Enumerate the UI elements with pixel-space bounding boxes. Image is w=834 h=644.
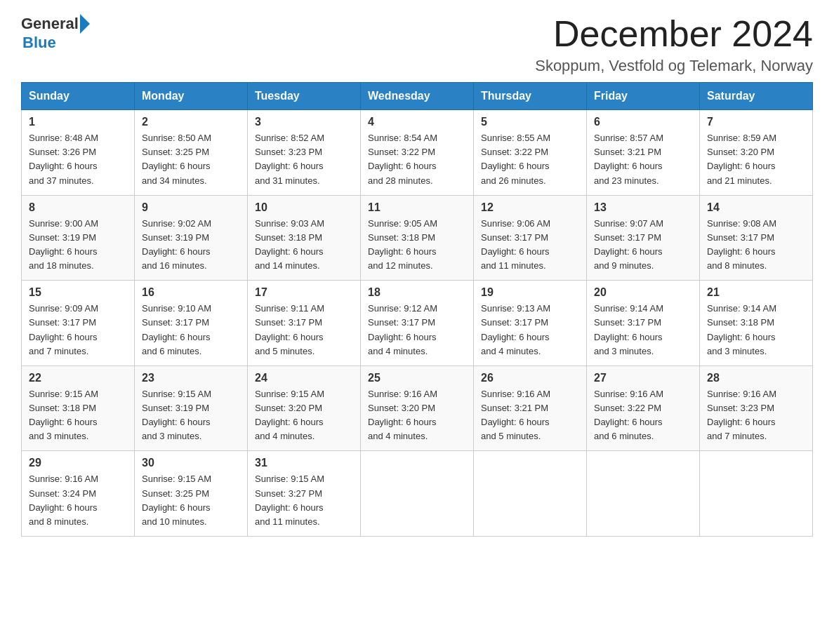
day-number: 9 <box>142 201 240 214</box>
day-info: Sunrise: 9:09 AMSunset: 3:17 PMDaylight:… <box>29 302 127 358</box>
day-info: Sunrise: 8:52 AMSunset: 3:23 PMDaylight:… <box>255 131 353 188</box>
day-number: 2 <box>142 116 240 128</box>
calendar-cell <box>587 451 700 537</box>
day-info: Sunrise: 9:05 AMSunset: 3:18 PMDaylight:… <box>368 217 466 274</box>
calendar-cell: 6Sunrise: 8:57 AMSunset: 3:21 PMDaylight… <box>587 110 700 196</box>
day-number: 21 <box>707 286 805 299</box>
logo: General Blue <box>21 14 90 52</box>
day-info: Sunrise: 8:55 AMSunset: 3:22 PMDaylight:… <box>481 131 579 188</box>
calendar-cell: 12Sunrise: 9:06 AMSunset: 3:17 PMDayligh… <box>474 195 587 281</box>
week-row-1: 1Sunrise: 8:48 AMSunset: 3:26 PMDaylight… <box>22 110 813 196</box>
weekday-header-saturday: Saturday <box>700 83 813 110</box>
calendar-cell <box>700 451 813 537</box>
calendar-cell: 14Sunrise: 9:08 AMSunset: 3:17 PMDayligh… <box>700 195 813 281</box>
day-info: Sunrise: 9:15 AMSunset: 3:27 PMDaylight:… <box>255 472 353 529</box>
calendar-cell: 26Sunrise: 9:16 AMSunset: 3:21 PMDayligh… <box>474 365 587 451</box>
day-number: 5 <box>481 116 579 128</box>
day-number: 27 <box>594 372 692 384</box>
calendar-cell: 27Sunrise: 9:16 AMSunset: 3:22 PMDayligh… <box>587 365 700 451</box>
day-number: 14 <box>707 201 805 214</box>
calendar-cell: 21Sunrise: 9:14 AMSunset: 3:18 PMDayligh… <box>700 281 813 366</box>
day-info: Sunrise: 9:15 AMSunset: 3:18 PMDaylight:… <box>29 387 127 444</box>
day-number: 16 <box>142 286 240 299</box>
calendar-cell: 2Sunrise: 8:50 AMSunset: 3:25 PMDaylight… <box>135 110 248 196</box>
calendar-cell: 20Sunrise: 9:14 AMSunset: 3:17 PMDayligh… <box>587 281 700 366</box>
logo-blue-text: Blue <box>22 34 56 52</box>
day-number: 11 <box>368 201 466 214</box>
day-number: 8 <box>29 201 127 214</box>
day-info: Sunrise: 8:54 AMSunset: 3:22 PMDaylight:… <box>368 131 466 188</box>
day-info: Sunrise: 9:10 AMSunset: 3:17 PMDaylight:… <box>142 302 240 358</box>
calendar-cell: 19Sunrise: 9:13 AMSunset: 3:17 PMDayligh… <box>474 281 587 366</box>
weekday-header-sunday: Sunday <box>22 83 135 110</box>
weekday-header-tuesday: Tuesday <box>248 83 361 110</box>
day-info: Sunrise: 9:13 AMSunset: 3:17 PMDaylight:… <box>481 302 579 358</box>
day-info: Sunrise: 8:57 AMSunset: 3:21 PMDaylight:… <box>594 131 692 188</box>
weekday-header-wednesday: Wednesday <box>361 83 474 110</box>
calendar-cell: 23Sunrise: 9:15 AMSunset: 3:19 PMDayligh… <box>135 365 248 451</box>
calendar-cell: 31Sunrise: 9:15 AMSunset: 3:27 PMDayligh… <box>248 451 361 537</box>
week-row-4: 22Sunrise: 9:15 AMSunset: 3:18 PMDayligh… <box>22 365 813 451</box>
calendar-cell: 15Sunrise: 9:09 AMSunset: 3:17 PMDayligh… <box>22 281 135 366</box>
calendar-cell: 22Sunrise: 9:15 AMSunset: 3:18 PMDayligh… <box>22 365 135 451</box>
day-number: 15 <box>29 286 127 299</box>
day-info: Sunrise: 9:16 AMSunset: 3:23 PMDaylight:… <box>707 387 805 444</box>
page-header: General Blue December 2024 Skoppum, Vest… <box>21 14 813 75</box>
calendar-cell: 4Sunrise: 8:54 AMSunset: 3:22 PMDaylight… <box>361 110 474 196</box>
calendar-cell: 13Sunrise: 9:07 AMSunset: 3:17 PMDayligh… <box>587 195 700 281</box>
calendar-cell: 10Sunrise: 9:03 AMSunset: 3:18 PMDayligh… <box>248 195 361 281</box>
day-info: Sunrise: 8:48 AMSunset: 3:26 PMDaylight:… <box>29 131 127 188</box>
calendar-cell <box>361 451 474 537</box>
day-info: Sunrise: 9:15 AMSunset: 3:25 PMDaylight:… <box>142 472 240 529</box>
day-number: 20 <box>594 286 692 299</box>
day-number: 29 <box>29 457 127 469</box>
logo-general-text: General <box>21 15 79 33</box>
calendar-cell: 30Sunrise: 9:15 AMSunset: 3:25 PMDayligh… <box>135 451 248 537</box>
weekday-header-row: SundayMondayTuesdayWednesdayThursdayFrid… <box>22 83 813 110</box>
day-number: 18 <box>368 286 466 299</box>
weekday-header-monday: Monday <box>135 83 248 110</box>
day-number: 24 <box>255 372 353 384</box>
week-row-2: 8Sunrise: 9:00 AMSunset: 3:19 PMDaylight… <box>22 195 813 281</box>
calendar-cell: 28Sunrise: 9:16 AMSunset: 3:23 PMDayligh… <box>700 365 813 451</box>
day-number: 4 <box>368 116 466 128</box>
day-number: 23 <box>142 372 240 384</box>
day-info: Sunrise: 9:14 AMSunset: 3:17 PMDaylight:… <box>594 302 692 358</box>
day-info: Sunrise: 9:07 AMSunset: 3:17 PMDaylight:… <box>594 217 692 274</box>
week-row-3: 15Sunrise: 9:09 AMSunset: 3:17 PMDayligh… <box>22 281 813 366</box>
day-number: 6 <box>594 116 692 128</box>
day-info: Sunrise: 9:16 AMSunset: 3:21 PMDaylight:… <box>481 387 579 444</box>
day-info: Sunrise: 9:02 AMSunset: 3:19 PMDaylight:… <box>142 217 240 274</box>
day-number: 10 <box>255 201 353 214</box>
logo-triangle-icon <box>80 14 90 34</box>
day-number: 17 <box>255 286 353 299</box>
day-info: Sunrise: 9:06 AMSunset: 3:17 PMDaylight:… <box>481 217 579 274</box>
calendar-cell: 3Sunrise: 8:52 AMSunset: 3:23 PMDaylight… <box>248 110 361 196</box>
day-number: 13 <box>594 201 692 214</box>
day-info: Sunrise: 9:08 AMSunset: 3:17 PMDaylight:… <box>707 217 805 274</box>
day-number: 25 <box>368 372 466 384</box>
weekday-header-thursday: Thursday <box>474 83 587 110</box>
day-number: 12 <box>481 201 579 214</box>
weekday-header-friday: Friday <box>587 83 700 110</box>
day-info: Sunrise: 9:15 AMSunset: 3:20 PMDaylight:… <box>255 387 353 444</box>
calendar-cell: 9Sunrise: 9:02 AMSunset: 3:19 PMDaylight… <box>135 195 248 281</box>
day-number: 31 <box>255 457 353 469</box>
location-subtitle: Skoppum, Vestfold og Telemark, Norway <box>535 57 813 75</box>
calendar-cell: 8Sunrise: 9:00 AMSunset: 3:19 PMDaylight… <box>22 195 135 281</box>
calendar-cell: 1Sunrise: 8:48 AMSunset: 3:26 PMDaylight… <box>22 110 135 196</box>
calendar-cell <box>474 451 587 537</box>
title-block: December 2024 Skoppum, Vestfold og Telem… <box>535 14 813 75</box>
calendar-cell: 18Sunrise: 9:12 AMSunset: 3:17 PMDayligh… <box>361 281 474 366</box>
day-info: Sunrise: 9:16 AMSunset: 3:20 PMDaylight:… <box>368 387 466 444</box>
calendar-cell: 5Sunrise: 8:55 AMSunset: 3:22 PMDaylight… <box>474 110 587 196</box>
day-number: 22 <box>29 372 127 384</box>
week-row-5: 29Sunrise: 9:16 AMSunset: 3:24 PMDayligh… <box>22 451 813 537</box>
calendar-cell: 17Sunrise: 9:11 AMSunset: 3:17 PMDayligh… <box>248 281 361 366</box>
calendar-cell: 25Sunrise: 9:16 AMSunset: 3:20 PMDayligh… <box>361 365 474 451</box>
calendar-cell: 24Sunrise: 9:15 AMSunset: 3:20 PMDayligh… <box>248 365 361 451</box>
day-number: 1 <box>29 116 127 128</box>
day-number: 19 <box>481 286 579 299</box>
day-info: Sunrise: 9:14 AMSunset: 3:18 PMDaylight:… <box>707 302 805 358</box>
day-info: Sunrise: 9:03 AMSunset: 3:18 PMDaylight:… <box>255 217 353 274</box>
